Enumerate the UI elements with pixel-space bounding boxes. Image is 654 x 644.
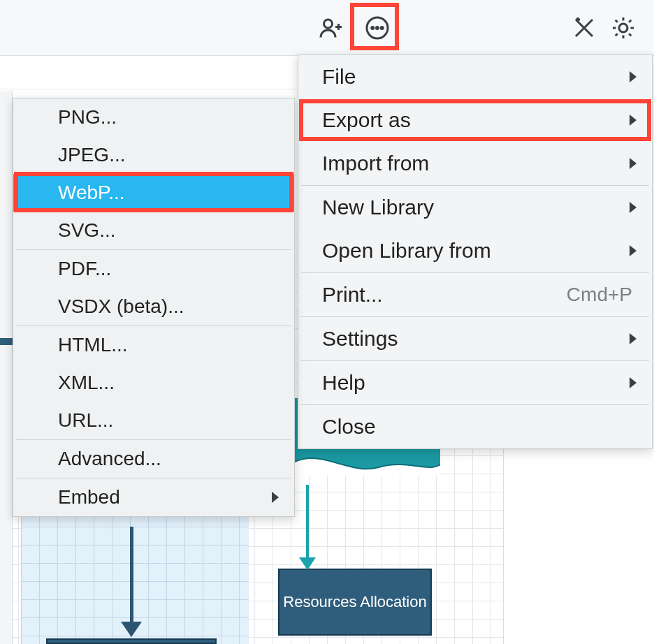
top-toolbar: [0, 0, 654, 56]
chevron-right-icon: [630, 377, 637, 388]
menu-item-help[interactable]: Help: [298, 361, 652, 404]
arrow-head-dark: [121, 622, 142, 637]
menu-label: JPEG...: [58, 144, 125, 166]
diagram-process-shape-partial[interactable]: [46, 638, 217, 644]
export-url[interactable]: URL...: [13, 402, 294, 439]
menu-item-export-as[interactable]: Export as: [298, 98, 652, 142]
svg-point-0: [324, 20, 333, 28]
menu-label: Close: [322, 415, 376, 439]
export-embed[interactable]: Embed: [13, 478, 294, 516]
chevron-right-icon: [630, 71, 637, 82]
chevron-right-icon: [630, 158, 637, 169]
menu-item-close[interactable]: Close: [298, 405, 652, 448]
export-html[interactable]: HTML...: [13, 326, 294, 364]
menu-label: Advanced...: [58, 448, 161, 470]
menu-label: Open Library from: [322, 239, 491, 263]
menu-label: XML...: [58, 372, 115, 394]
menu-label: SVG...: [58, 219, 115, 242]
svg-point-3: [377, 27, 379, 29]
menu-label: WebP...: [58, 182, 124, 204]
export-vsdx[interactable]: VSDX (beta)...: [13, 288, 294, 325]
document-wave: [295, 455, 440, 476]
menu-item-print[interactable]: Print... Cmd+P: [298, 273, 652, 316]
chevron-right-icon: [272, 492, 279, 503]
menu-label: Embed: [58, 486, 120, 508]
export-as-submenu: PNG... JPEG... WebP... SVG... PDF... VSD…: [13, 98, 295, 517]
menu-label: Settings: [322, 327, 398, 351]
diagram-process-shape[interactable]: Resources Allocation: [278, 569, 432, 636]
chevron-right-icon: [630, 333, 637, 344]
menu-label: New Library: [322, 196, 434, 219]
main-menu: File Export as Import from New Library O…: [298, 54, 653, 449]
menu-item-settings[interactable]: Settings: [298, 317, 652, 360]
menu-label: Import from: [322, 152, 429, 175]
vertical-ruler: [0, 91, 13, 644]
menu-label: Help: [322, 371, 365, 395]
more-icon: [365, 15, 390, 41]
menu-label: URL...: [58, 409, 113, 432]
menu-label: Print...: [322, 283, 383, 307]
connector-teal[interactable]: [306, 485, 309, 560]
more-menu-button[interactable]: [362, 13, 393, 43]
export-webp[interactable]: WebP...: [13, 174, 294, 212]
export-svg[interactable]: SVG...: [13, 212, 294, 249]
export-pdf[interactable]: PDF...: [13, 250, 294, 288]
smart-apply-button[interactable]: [569, 13, 600, 43]
export-png[interactable]: PNG...: [13, 98, 294, 136]
chevron-right-icon: [630, 245, 637, 256]
add-user-icon: [319, 15, 344, 41]
svg-point-2: [372, 27, 374, 29]
theme-toggle-button[interactable]: [608, 13, 639, 43]
connector-dark[interactable]: [130, 527, 133, 624]
menu-label: VSDX (beta)...: [58, 295, 184, 318]
menu-label: HTML...: [58, 334, 128, 356]
menu-shortcut: Cmd+P: [567, 284, 632, 306]
menu-item-new-library[interactable]: New Library: [298, 186, 652, 229]
ruler-marker: [0, 338, 13, 345]
chevron-right-icon: [630, 202, 637, 213]
menu-label: Export as: [322, 108, 411, 132]
menu-label: PDF...: [58, 258, 111, 280]
sun-icon: [611, 15, 636, 41]
magic-wand-icon: [572, 15, 597, 41]
export-advanced[interactable]: Advanced...: [13, 440, 294, 478]
arrow-head-teal: [299, 557, 316, 570]
chevron-right-icon: [630, 115, 637, 126]
export-xml[interactable]: XML...: [13, 364, 294, 402]
menu-item-open-library-from[interactable]: Open Library from: [298, 229, 652, 272]
menu-item-file[interactable]: File: [298, 55, 652, 98]
share-button[interactable]: [316, 13, 347, 43]
svg-point-5: [619, 24, 627, 32]
menu-item-import-from[interactable]: Import from: [298, 142, 652, 185]
menu-label: PNG...: [58, 106, 117, 129]
svg-point-4: [381, 27, 383, 29]
export-jpeg[interactable]: JPEG...: [13, 136, 294, 174]
shape-label: Resources Allocation: [283, 592, 426, 612]
menu-label: File: [322, 65, 356, 89]
